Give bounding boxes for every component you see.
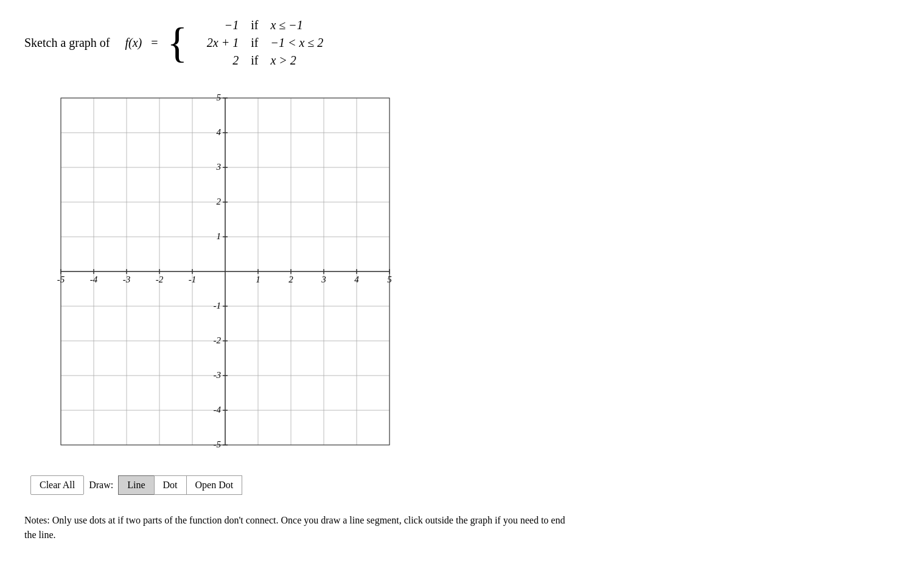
line-tool-button[interactable]: Line [118, 475, 153, 495]
problem-prefix: Sketch a graph of [24, 36, 110, 50]
piece-1-expr: −1 [190, 18, 239, 32]
equals-sign: = [148, 36, 161, 50]
graph-canvas[interactable] [24, 86, 402, 463]
notes-text: Notes: Only use dots at if two parts of … [24, 515, 565, 540]
piece-1-if: if [251, 18, 258, 32]
problem-statement: Sketch a graph of f(x) = { −1 if x ≤ −1 … [24, 18, 895, 68]
notes: Notes: Only use dots at if two parts of … [24, 513, 572, 542]
clear-all-button[interactable]: Clear All [30, 475, 84, 495]
open-dot-tool-button[interactable]: Open Dot [186, 475, 243, 495]
piece-3: 2 if x > 2 [190, 54, 349, 68]
function-name: f(x) [125, 36, 142, 50]
toolbar: Clear All Draw: Line Dot Open Dot [30, 475, 895, 495]
piecewise-container: { −1 if x ≤ −1 2x + 1 if −1 < x ≤ 2 2 if… [167, 18, 350, 68]
piece-1-cond: x ≤ −1 [270, 18, 349, 32]
piece-3-cond: x > 2 [270, 54, 349, 68]
left-brace: { [167, 18, 188, 68]
piece-2-cond: −1 < x ≤ 2 [270, 36, 349, 50]
dot-tool-button[interactable]: Dot [154, 475, 186, 495]
piece-2: 2x + 1 if −1 < x ≤ 2 [190, 36, 349, 50]
graph-wrapper [24, 86, 895, 463]
piece-3-expr: 2 [190, 54, 239, 68]
piece-3-if: if [251, 54, 258, 68]
piece-1: −1 if x ≤ −1 [190, 18, 349, 32]
piece-2-expr: 2x + 1 [190, 36, 239, 50]
piecewise-rows: −1 if x ≤ −1 2x + 1 if −1 < x ≤ 2 2 if x… [190, 18, 349, 68]
piece-2-if: if [251, 36, 258, 50]
draw-label: Draw: [89, 480, 113, 491]
